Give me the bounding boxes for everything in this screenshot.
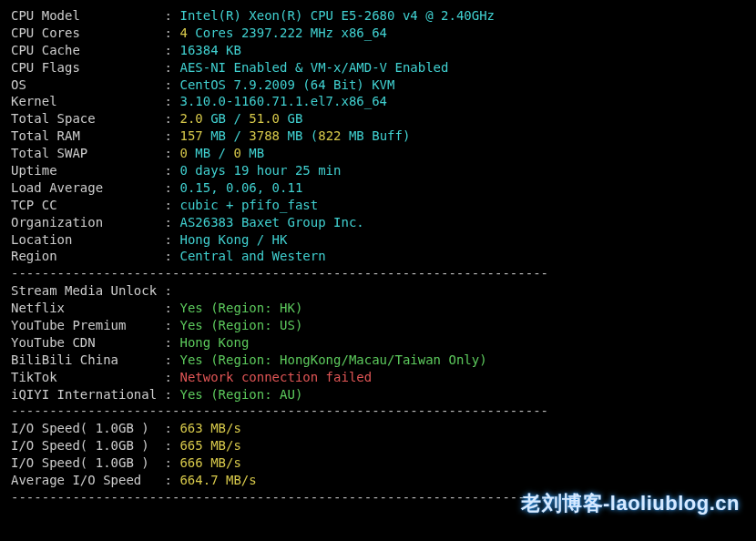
row-load-avg: Load Average : 0.15, 0.06, 0.11 [11, 179, 745, 197]
row-yt-prem: YouTube Premium : Yes (Region: US) [11, 317, 745, 334]
sep: : [157, 370, 179, 384]
row-total-swap: Total SWAP : 0 MB / 0 MB [11, 145, 745, 162]
row-region: Region : Central and Western [11, 248, 745, 265]
label-kernel: Kernel [11, 94, 157, 108]
label-io-3: I/O Speed( 1.0GB ) [11, 455, 165, 470]
row-io-1: I/O Speed( 1.0GB ) : 663 MB/s [11, 420, 745, 437]
sep: : [157, 352, 179, 367]
label-os: OS [11, 77, 157, 92]
divider: ----------------------------------------… [11, 265, 745, 282]
label-total-ram: Total RAM [11, 128, 157, 143]
sep: : [165, 438, 180, 453]
value-io-1: 663 MB/s [179, 421, 240, 435]
value-netflix: Yes (Region: HK) [179, 301, 302, 315]
sep: : [157, 318, 179, 332]
row-location: Location : Hong Kong / HK [11, 231, 745, 249]
row-io-3: I/O Speed( 1.0GB ) : 666 MB/s [11, 454, 745, 472]
label-bilibili: BiliBili China [11, 352, 157, 367]
value-cpu-flags: AES-NI Enabled & VM-x/AMD-V Enabled [179, 60, 448, 75]
value-ram-buff: 822 [318, 128, 341, 143]
value-space-mid: GB / [203, 111, 250, 126]
value-space-total: 51.0 [249, 111, 280, 126]
value-kernel: 3.10.0-1160.71.1.el7.x86_64 [179, 94, 387, 108]
label-netflix: Netflix [11, 301, 157, 315]
divider: ----------------------------------------… [11, 489, 745, 506]
row-cpu-flags: CPU Flags : AES-NI Enabled & VM-x/AMD-V … [11, 59, 745, 77]
row-netflix: Netflix : Yes (Region: HK) [11, 300, 745, 317]
sep: : [157, 77, 179, 92]
value-os: CentOS 7.9.2009 (64 Bit) KVM [179, 77, 394, 92]
sep: : [157, 163, 179, 178]
row-total-space: Total Space : 2.0 GB / 51.0 GB [11, 110, 745, 128]
value-swap-used: 0 [179, 146, 187, 160]
value-bilibili: Yes (Region: HongKong/Macau/Taiwan Only) [179, 352, 486, 367]
row-cpu-cores: CPU Cores : 4 Cores 2397.222 MHz x86_64 [11, 25, 745, 42]
label-total-space: Total Space [11, 111, 157, 126]
row-tiktok: TikTok : Network connection failed [11, 369, 745, 386]
label-uptime: Uptime [11, 163, 157, 178]
sep: : [157, 8, 179, 23]
sep: : [157, 335, 179, 350]
value-cpu-model: Intel(R) Xeon(R) CPU E5-2680 v4 @ 2.40GH… [179, 8, 495, 23]
value-uptime: 0 days 19 hour 25 min [179, 163, 341, 178]
value-ram-total: 3788 [249, 128, 280, 143]
value-yt-cdn: Hong Kong [179, 335, 249, 350]
label-iqiyi: iQIYI International [11, 387, 157, 402]
label-cpu-flags: CPU Flags [11, 60, 157, 75]
sep: : [157, 26, 179, 40]
sep: : [157, 249, 179, 263]
sep: : [157, 215, 179, 230]
sep: : [157, 94, 179, 108]
sep: : [157, 146, 179, 160]
value-cpu-cores-rest: Cores 2397.222 MHz x86_64 [188, 26, 387, 40]
label-io-2: I/O Speed( 1.0GB ) [11, 438, 165, 453]
value-yt-prem: Yes (Region: US) [179, 318, 302, 332]
sep: : [165, 455, 180, 470]
label-tcp-cc: TCP CC [11, 198, 157, 212]
value-io-3: 666 MB/s [179, 455, 240, 470]
sep: : [165, 421, 180, 435]
value-iqiyi: Yes (Region: AU) [179, 387, 302, 402]
row-media-header: Stream Media Unlock : [11, 282, 745, 300]
sep: : [157, 128, 179, 143]
sep: : [165, 473, 180, 487]
row-io-avg: Average I/O Speed : 664.7 MB/s [11, 472, 745, 489]
sep: : [157, 301, 179, 315]
value-load-avg: 0.15, 0.06, 0.11 [179, 180, 302, 195]
row-kernel: Kernel : 3.10.0-1160.71.1.el7.x86_64 [11, 93, 745, 110]
value-space-tail: GB [280, 111, 302, 126]
value-ram-tail2: MB Buff) [342, 128, 411, 143]
row-iqiyi: iQIYI International : Yes (Region: AU) [11, 386, 745, 403]
value-cpu-cache: 16384 KB [179, 43, 240, 57]
row-organization: Organization : AS26383 Baxet Group Inc. [11, 214, 745, 231]
row-io-2: I/O Speed( 1.0GB ) : 665 MB/s [11, 437, 745, 454]
value-location: Hong Kong / HK [179, 232, 287, 247]
label-yt-prem: YouTube Premium [11, 318, 157, 332]
value-tiktok: Network connection failed [179, 370, 372, 384]
value-ram-mid: MB / [203, 128, 250, 143]
row-cpu-cache: CPU Cache : 16384 KB [11, 42, 745, 59]
label-io-1: I/O Speed( 1.0GB ) [11, 421, 165, 435]
sep: : [157, 111, 179, 126]
row-total-ram: Total RAM : 157 MB / 3788 MB (822 MB Buf… [11, 128, 745, 145]
value-io-avg: 664.7 MB/s [179, 473, 256, 487]
row-yt-cdn: YouTube CDN : Hong Kong [11, 334, 745, 352]
sep: : [157, 198, 179, 212]
row-uptime: Uptime : 0 days 19 hour 25 min [11, 162, 745, 179]
value-swap-total: 0 [233, 146, 240, 160]
label-media-header: Stream Media Unlock [11, 283, 157, 298]
sep: : [157, 43, 179, 57]
row-tcp-cc: TCP CC : cubic + pfifo_fast [11, 197, 745, 214]
label-load-avg: Load Average [11, 180, 157, 195]
sep: : [157, 232, 179, 247]
row-os: OS : CentOS 7.9.2009 (64 Bit) KVM [11, 77, 745, 94]
label-total-swap: Total SWAP [11, 146, 157, 160]
label-yt-cdn: YouTube CDN [11, 335, 157, 350]
value-swap-tail: MB [241, 146, 264, 160]
label-region: Region [11, 249, 157, 263]
value-swap-mid: MB / [188, 146, 234, 160]
row-cpu-model: CPU Model : Intel(R) Xeon(R) CPU E5-2680… [11, 7, 745, 25]
value-organization: AS26383 Baxet Group Inc. [179, 215, 363, 230]
label-io-avg: Average I/O Speed [11, 473, 165, 487]
value-ram-tail: MB ( [280, 128, 318, 143]
